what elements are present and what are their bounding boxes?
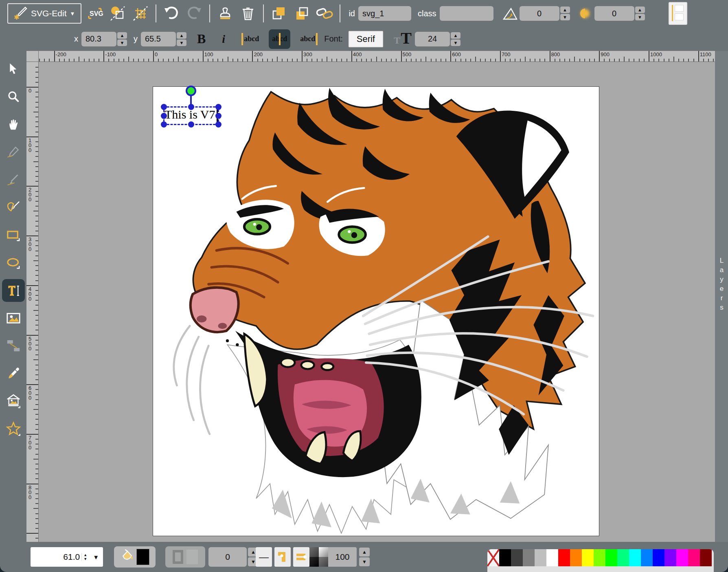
rotate-grip[interactable] (186, 86, 196, 96)
tool-image[interactable] (2, 307, 25, 330)
clone-stamp-button[interactable] (216, 4, 235, 23)
class-input[interactable] (440, 6, 493, 21)
palette-swatch[interactable] (688, 549, 700, 566)
tool-shape-library[interactable] (2, 390, 25, 413)
palette-swatch[interactable] (558, 549, 570, 566)
svg-document[interactable] (153, 87, 599, 536)
opacity-gradient-icon[interactable] (309, 547, 328, 567)
tool-ellipse[interactable] (2, 251, 25, 274)
zoom-spinner[interactable]: ▲▼ (81, 553, 89, 561)
resize-handle-sw[interactable] (161, 121, 167, 128)
zoom-dropdown-icon[interactable]: ▼ (89, 554, 103, 561)
ruler-label: 500 (403, 51, 412, 57)
palette-swatch[interactable] (700, 549, 712, 566)
palette-swatch[interactable] (535, 549, 546, 566)
palette-swatch-none[interactable] (487, 549, 499, 566)
tool-pencil[interactable] (2, 141, 25, 163)
move-to-back-button[interactable] (292, 4, 311, 23)
ruler-label: 900 (601, 51, 610, 57)
palette-swatch[interactable] (523, 549, 535, 566)
ruler-label: 600 (452, 51, 461, 57)
make-link-button[interactable] (315, 4, 334, 23)
stroke-linejoin-button[interactable] (274, 547, 291, 567)
tiger-drawing[interactable] (153, 87, 599, 536)
tool-path[interactable] (2, 196, 25, 219)
resize-handle-se[interactable] (215, 121, 221, 128)
palette-swatch[interactable] (499, 549, 511, 566)
zoom-control[interactable]: 61.0 ▲▼ ▼ (31, 547, 103, 567)
stroke-width-input[interactable] (208, 547, 247, 567)
tool-select[interactable] (2, 57, 25, 80)
undo-button[interactable] (162, 4, 181, 23)
ruler-label: 7 0 0 (29, 436, 31, 450)
palette-swatch[interactable] (605, 549, 617, 566)
document-properties-button[interactable] (108, 4, 127, 23)
paint-bucket-icon (120, 549, 134, 565)
top-toolbar: SVG-Edit ▼ SVG (0, 0, 728, 27)
angle-input[interactable] (520, 6, 559, 21)
id-input[interactable] (358, 6, 411, 21)
text-anchor-start-button[interactable]: abcd (239, 29, 262, 49)
ruler-label: 1 0 0 (29, 138, 31, 153)
palette-swatch[interactable] (570, 549, 582, 566)
selection-box[interactable] (163, 106, 219, 125)
opacity-value[interactable]: 100 (328, 547, 357, 567)
angle-spinner[interactable]: ▲▼ (560, 6, 570, 21)
stroke-color-control[interactable] (165, 546, 205, 568)
text-anchor-end-button[interactable]: abcd (297, 29, 320, 49)
font-size-input[interactable] (415, 32, 450, 46)
x-spinner[interactable]: ▲▼ (117, 32, 127, 46)
panel-toggle[interactable] (669, 2, 687, 25)
editor-preferences-button[interactable] (131, 4, 150, 23)
delete-button[interactable] (239, 4, 257, 23)
opacity-spinner[interactable]: ▲▼ (359, 547, 370, 567)
source-editor-button[interactable]: SVG (86, 4, 104, 23)
resize-handle-ne[interactable] (215, 104, 221, 110)
redo-button[interactable] (185, 4, 204, 23)
tool-text[interactable] (2, 279, 25, 302)
x-label: x (74, 34, 78, 44)
dash-style-glyph: — (259, 551, 269, 563)
palette-swatch[interactable] (653, 549, 664, 566)
bold-button[interactable]: B (197, 31, 206, 46)
palette-swatch[interactable] (617, 549, 629, 566)
palette-swatch[interactable] (546, 549, 558, 566)
palette-swatch[interactable] (582, 549, 594, 566)
tool-star[interactable] (2, 418, 25, 440)
palette-swatch[interactable] (676, 549, 688, 566)
blur-spinner[interactable]: ▲▼ (635, 6, 645, 21)
tool-line[interactable] (2, 168, 25, 191)
x-input[interactable] (81, 32, 116, 46)
canvas-region[interactable]: This is V7 (39, 62, 715, 542)
palette-swatch[interactable] (594, 549, 605, 566)
palette-swatch[interactable] (641, 549, 653, 566)
main-menu-button[interactable]: SVG-Edit ▼ (7, 3, 81, 24)
tool-zoom[interactable] (2, 85, 25, 108)
stroke-dash-button[interactable]: — (256, 547, 272, 567)
font-family-button[interactable]: Serif (349, 31, 383, 47)
tool-eyedropper[interactable] (2, 362, 25, 385)
palette-swatch[interactable] (629, 549, 641, 566)
resize-handle-e[interactable] (215, 113, 221, 119)
resize-handle-nw[interactable] (161, 104, 167, 110)
resize-handle-w[interactable] (161, 113, 167, 119)
workspace: -200-10001002003004005006007008009001000… (0, 51, 728, 542)
font-size-spinner[interactable]: ▲▼ (451, 32, 460, 46)
stroke-linecap-button[interactable] (293, 547, 309, 567)
ruler-label: 800 (551, 51, 560, 57)
move-to-front-button[interactable] (270, 4, 288, 23)
resize-handle-s[interactable] (188, 121, 194, 128)
layers-panel-toggle[interactable]: Layers (715, 51, 728, 542)
blur-input[interactable] (594, 6, 634, 21)
tool-rectangle[interactable] (2, 224, 25, 246)
text-anchor-middle-button[interactable]: abcd (269, 29, 290, 49)
italic-button[interactable]: i (222, 33, 225, 46)
fill-color-control[interactable] (114, 546, 156, 568)
resize-handle-n[interactable] (188, 104, 194, 110)
palette-swatch[interactable] (664, 549, 676, 566)
palette-swatch[interactable] (511, 549, 523, 566)
tool-connector[interactable] (2, 334, 25, 357)
tool-pan[interactable] (2, 113, 25, 136)
y-input[interactable] (141, 32, 176, 46)
y-spinner[interactable]: ▲▼ (177, 32, 186, 46)
